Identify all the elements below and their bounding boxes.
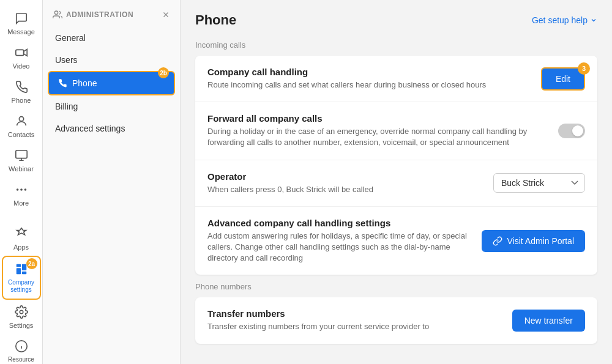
sidebar-label-apps: Apps <box>13 243 29 251</box>
sidebar-label-contacts: Contacts <box>8 131 34 138</box>
svg-point-5 <box>24 188 26 191</box>
advanced-call-row: Advanced company call handling settings … <box>195 207 597 275</box>
webinar-icon <box>14 148 29 163</box>
apps-icon <box>14 226 29 241</box>
sidebar-label-resource: Resource Center <box>4 356 39 364</box>
company-call-handling-title: Company call handling <box>207 67 541 77</box>
sidebar-label-company: Company settings <box>6 279 37 294</box>
advanced-call-info: Advanced company call handling settings … <box>207 218 482 264</box>
admin-nav-advanced-label: Advanced settings <box>55 124 125 133</box>
admin-nav-phone-label: Phone <box>72 78 97 88</box>
resource-center-icon <box>14 339 29 354</box>
admin-nav-header: ADMINISTRATION <box>43 0 180 27</box>
link-icon <box>493 236 502 246</box>
forward-calls-row: Forward all company calls During a holid… <box>195 102 597 160</box>
setup-help-label: Get setup help <box>532 15 588 25</box>
operator-select[interactable]: Buck Strick <box>493 173 585 193</box>
svg-rect-9 <box>21 272 26 275</box>
sidebar-label-webinar: Webinar <box>9 165 34 173</box>
admin-nav-advanced[interactable]: Advanced settings <box>43 117 180 139</box>
video-icon <box>14 45 29 60</box>
badge-3: 3 <box>578 62 590 75</box>
sidebar-item-phone[interactable]: Phone <box>2 75 41 109</box>
svg-point-4 <box>20 188 23 191</box>
advanced-call-title: Advanced company call handling settings <box>207 218 482 228</box>
transfer-numbers-info: Transfer numbers Transfer existing numbe… <box>207 308 512 332</box>
admin-nav-title: ADMINISTRATION <box>66 10 133 19</box>
admin-nav-users-label: Users <box>55 55 78 65</box>
admin-nav-users[interactable]: Users <box>43 49 180 71</box>
operator-row: Operator When callers press 0, Buck Stri… <box>195 160 597 207</box>
visit-admin-button[interactable]: Visit Admin Portal <box>482 230 585 252</box>
settings-icon <box>14 305 29 319</box>
sidebar-label-message: Message <box>7 28 35 35</box>
setup-help-link[interactable]: Get setup help <box>532 15 597 25</box>
sidebar-item-apps[interactable]: Apps <box>2 221 41 256</box>
operator-info: Operator When callers press 0, Buck Stri… <box>207 171 493 195</box>
sidebar-item-company-settings[interactable]: 2a Company settings <box>2 256 41 300</box>
page-title: Phone <box>195 12 236 28</box>
admin-nav-header-left: ADMINISTRATION <box>53 10 133 20</box>
company-call-handling-desc: Route incoming calls and set what caller… <box>207 80 541 91</box>
forward-calls-info: Forward all company calls During a holid… <box>207 113 558 148</box>
transfer-numbers-desc: Transfer existing numbers from your curr… <box>207 321 512 332</box>
phone-nav-icon <box>58 78 67 88</box>
sidebar-item-webinar[interactable]: Webinar <box>2 143 41 177</box>
advanced-call-desc: Add custom answering rules for holidays,… <box>207 231 482 264</box>
admin-nav-billing-label: Billing <box>55 102 78 111</box>
sidebar: Message Video Phone Contacts <box>0 0 43 364</box>
incoming-calls-label: Incoming calls <box>195 40 597 50</box>
sidebar-item-video[interactable]: Video <box>2 40 41 75</box>
svg-point-1 <box>19 117 23 121</box>
phone-icon <box>14 80 29 94</box>
sidebar-item-settings[interactable]: Settings <box>2 300 41 334</box>
transfer-numbers-row: Transfer numbers Transfer existing numbe… <box>195 297 597 343</box>
sidebar-item-resource-center[interactable]: Resource Center <box>2 334 41 364</box>
badge-2b: 2b <box>158 67 169 78</box>
operator-desc: When callers press 0, Buck Strick will b… <box>207 184 493 195</box>
operator-title: Operator <box>207 171 493 182</box>
phone-numbers-card: Transfer numbers Transfer existing numbe… <box>195 297 597 343</box>
svg-rect-6 <box>16 264 20 267</box>
forward-calls-title: Forward all company calls <box>207 113 558 124</box>
incoming-calls-card: Company call handling Route incoming cal… <box>195 56 597 275</box>
more-icon <box>14 182 29 197</box>
visit-admin-label: Visit Admin Portal <box>507 236 574 246</box>
admin-nav-panel: ADMINISTRATION General Users 2b Phone Bi… <box>43 0 181 364</box>
svg-point-10 <box>20 310 23 314</box>
sidebar-label-settings: Settings <box>9 322 34 329</box>
admin-nav-general-label: General <box>55 33 86 43</box>
page-header: Phone Get setup help <box>195 12 597 28</box>
svg-rect-0 <box>15 50 23 55</box>
sidebar-label-video: Video <box>13 62 30 70</box>
svg-rect-8 <box>21 264 26 270</box>
message-icon <box>14 11 29 26</box>
svg-point-12 <box>54 11 58 14</box>
admin-nav-phone[interactable]: 2b Phone <box>48 71 175 95</box>
forward-calls-desc: During a holiday or in the case of an em… <box>207 126 558 148</box>
sidebar-item-contacts[interactable]: Contacts <box>2 109 41 143</box>
transfer-numbers-title: Transfer numbers <box>207 308 512 319</box>
new-transfer-label: New transfer <box>524 316 573 325</box>
svg-rect-2 <box>15 150 26 158</box>
chevron-down-icon <box>590 17 597 24</box>
edit-button[interactable]: Edit 3 <box>541 67 585 91</box>
edit-button-label: Edit <box>556 74 570 84</box>
admin-nav-billing[interactable]: Billing <box>43 95 180 117</box>
sidebar-label-phone: Phone <box>12 97 31 104</box>
sidebar-label-more: More <box>13 199 29 207</box>
svg-point-3 <box>16 188 18 191</box>
company-call-handling-info: Company call handling Route incoming cal… <box>207 67 541 91</box>
new-transfer-button[interactable]: New transfer <box>512 310 585 332</box>
phone-numbers-label: Phone numbers <box>195 282 597 291</box>
main-content: Phone Get setup help Incoming calls Comp… <box>181 0 612 364</box>
sidebar-item-more[interactable]: More <box>2 177 41 212</box>
contacts-icon <box>14 114 29 128</box>
admin-header-icon <box>53 10 62 20</box>
company-call-handling-row: Company call handling Route incoming cal… <box>195 56 597 102</box>
collapse-icon[interactable] <box>162 10 170 19</box>
admin-nav-general[interactable]: General <box>43 27 180 49</box>
svg-rect-7 <box>16 268 20 274</box>
forward-calls-toggle[interactable] <box>558 124 585 138</box>
sidebar-item-message[interactable]: Message <box>2 6 41 40</box>
